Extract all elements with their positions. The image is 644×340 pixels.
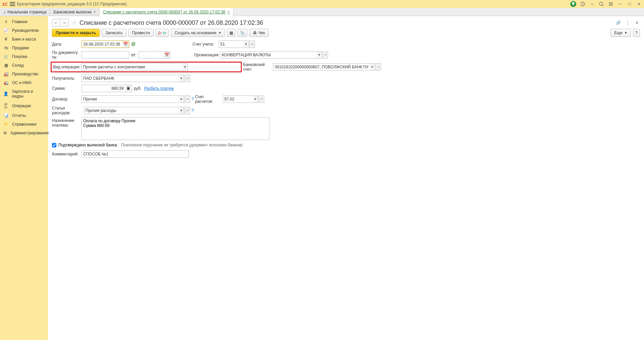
help-icon[interactable]: ? bbox=[192, 108, 194, 113]
sidebar-item-bank[interactable]: ₽Банк и касса bbox=[0, 35, 48, 44]
close-tab-icon[interactable]: × bbox=[94, 10, 96, 14]
sidebar-item-operations[interactable]: ДтКтОперации bbox=[0, 100, 48, 111]
currency-label: руб. bbox=[134, 86, 142, 91]
sidebar-item-admin[interactable]: ⚙Администрирование bbox=[0, 129, 48, 137]
save-button[interactable]: Записать bbox=[102, 29, 126, 37]
post-and-close-button[interactable]: Провести и закрыть bbox=[52, 29, 100, 37]
dk-icon: ДтКт bbox=[3, 103, 9, 109]
settings-icon[interactable] bbox=[608, 1, 614, 7]
account-input[interactable] bbox=[219, 41, 244, 48]
sidebar-item-purchases[interactable]: 🛒Покупки bbox=[0, 52, 48, 61]
dropdown-icon[interactable]: ▼ bbox=[179, 95, 184, 103]
refresh-icon[interactable]: 🗐 bbox=[131, 42, 136, 47]
close-icon[interactable]: ✕ bbox=[636, 1, 642, 7]
purpose-textarea[interactable] bbox=[82, 117, 269, 140]
bankacc-label: Банковский счет: bbox=[243, 62, 273, 72]
contract-input[interactable] bbox=[82, 95, 179, 103]
history-icon[interactable] bbox=[580, 1, 586, 7]
tab-home[interactable]: ⌂ Начальная страница bbox=[0, 8, 50, 16]
forward-button[interactable]: → bbox=[60, 19, 68, 26]
calendar-icon[interactable]: 📅 bbox=[122, 41, 129, 48]
close-content-icon[interactable]: ✕ bbox=[634, 20, 640, 26]
more-button[interactable]: Еще▼ bbox=[610, 29, 631, 37]
create-based-button[interactable]: Создать на основании▼ bbox=[171, 29, 225, 37]
dropdown-icon[interactable]: ▼ bbox=[179, 75, 184, 82]
expense-label: Статья расходов: bbox=[52, 106, 84, 115]
svg-point-6 bbox=[611, 4, 612, 5]
minimize-icon[interactable]: — bbox=[617, 1, 623, 7]
cart-icon: 🛒 bbox=[3, 54, 9, 59]
expense-input[interactable] bbox=[84, 107, 179, 114]
chevron-down-icon: ▼ bbox=[624, 31, 627, 35]
chevron-down-icon: ▼ bbox=[218, 31, 221, 35]
open-icon[interactable]: ↗ bbox=[185, 75, 190, 82]
close-tab-icon[interactable]: × bbox=[227, 10, 230, 14]
comment-input[interactable] bbox=[82, 150, 189, 158]
link-icon[interactable]: 🔗 bbox=[615, 20, 621, 26]
star-icon[interactable]: ☆ bbox=[589, 1, 595, 7]
org-input[interactable] bbox=[220, 51, 317, 59]
dropdown-icon[interactable]: ▼ bbox=[182, 63, 188, 71]
open-icon[interactable]: ↗ bbox=[185, 107, 190, 114]
calculator-icon[interactable]: 🖩 bbox=[125, 85, 132, 92]
open-icon[interactable]: ↗ bbox=[250, 41, 255, 48]
sidebar-label: Руководителю bbox=[12, 28, 39, 33]
toolbar: Провести и закрыть Записать Провести ДтК… bbox=[52, 29, 640, 37]
open-icon[interactable]: ↗ bbox=[323, 51, 328, 59]
settle-input[interactable] bbox=[223, 95, 253, 103]
open-icon[interactable]: ↗ bbox=[376, 63, 381, 71]
kebab-icon[interactable]: ⋮ bbox=[625, 20, 631, 26]
sidebar-item-catalogs[interactable]: 📁Справочники bbox=[0, 120, 48, 129]
date-label: Дата: bbox=[52, 42, 82, 47]
sidebar-item-warehouse[interactable]: ▦Склад bbox=[0, 61, 48, 70]
dropdown-icon[interactable]: ▼ bbox=[179, 107, 184, 114]
open-icon[interactable]: ↗ bbox=[185, 95, 190, 103]
post-button[interactable]: Провести bbox=[128, 29, 154, 37]
sidebar-label: Продажи bbox=[12, 46, 29, 50]
receipt-icon: 🖶 bbox=[253, 30, 257, 35]
optype-input[interactable] bbox=[81, 63, 182, 71]
sidebar-item-reports[interactable]: 📊Отчеты bbox=[0, 111, 48, 120]
maximize-icon[interactable]: ◻ bbox=[627, 1, 633, 7]
attach-button[interactable]: 📎 bbox=[237, 29, 247, 37]
split-payment-link[interactable]: Разбить платеж bbox=[144, 86, 174, 91]
date-input[interactable] bbox=[82, 41, 122, 48]
sidebar-item-production[interactable]: 🏭Производство bbox=[0, 70, 48, 78]
favorite-star-icon[interactable]: ☆ bbox=[71, 19, 77, 26]
docdate-input[interactable] bbox=[138, 51, 164, 59]
open-icon[interactable]: ↗ bbox=[259, 95, 264, 103]
receipt-button[interactable]: 🖶Чек bbox=[249, 29, 269, 37]
help-icon[interactable]: ? bbox=[192, 97, 194, 101]
dropdown-icon[interactable]: ▼ bbox=[253, 95, 258, 103]
sidebar-label: ОС и НМА bbox=[12, 80, 32, 85]
sidebar-item-hr[interactable]: 👤Зарплата и кадры bbox=[0, 87, 48, 100]
main-menu-icon[interactable] bbox=[10, 2, 15, 6]
sidebar-item-manager[interactable]: 📈Руководителю bbox=[0, 26, 48, 35]
tabbar: ⌂ Начальная страница Банковские выписки … bbox=[0, 8, 644, 16]
sidebar-item-main[interactable]: ≡Главное bbox=[0, 17, 48, 26]
dropdown-icon[interactable]: ▼ bbox=[317, 51, 322, 59]
dropdown-icon[interactable]: ▼ bbox=[244, 41, 249, 48]
sidebar-item-sales[interactable]: 🛍Продажи bbox=[0, 44, 48, 52]
calendar-icon[interactable]: 📅 bbox=[164, 51, 170, 59]
sidebar-label: Главное bbox=[12, 19, 28, 24]
confirmed-checkbox[interactable] bbox=[52, 143, 56, 147]
dropdown-icon[interactable]: ▼ bbox=[370, 63, 375, 71]
bag-icon: 🛍 bbox=[3, 46, 9, 50]
bankacc-input[interactable] bbox=[273, 63, 370, 71]
sum-input[interactable] bbox=[82, 85, 125, 92]
sidebar-item-assets[interactable]: 🚛ОС и НМА bbox=[0, 78, 48, 87]
highlighted-row: Вид операции: ▼ bbox=[51, 62, 242, 72]
tab-bank-statements[interactable]: Банковские выписки × bbox=[50, 8, 100, 16]
movements-button[interactable]: ДтКт bbox=[156, 29, 169, 37]
help-button[interactable]: ? bbox=[633, 29, 640, 37]
recipient-input[interactable] bbox=[82, 75, 179, 82]
purpose-label: Назначение платежа: bbox=[52, 117, 82, 128]
search-icon[interactable] bbox=[598, 1, 604, 7]
notifications-icon[interactable] bbox=[570, 1, 576, 7]
structure-button[interactable]: ▦ bbox=[227, 29, 235, 37]
docnum-input[interactable] bbox=[82, 51, 129, 59]
tab-document[interactable]: Списание с расчетного счета 0000-000007 … bbox=[100, 8, 233, 16]
sidebar-label: Производство bbox=[12, 72, 38, 76]
back-button[interactable]: ← bbox=[52, 19, 60, 26]
